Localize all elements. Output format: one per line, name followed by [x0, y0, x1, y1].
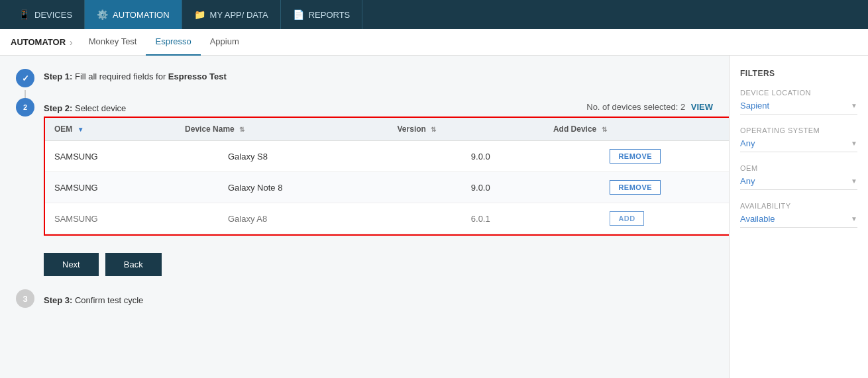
- filter-value-os: Any: [740, 138, 755, 148]
- device-table: OEM ▼ Device Name ⇅ Version ⇅: [45, 118, 729, 141]
- filter-arrow-device-location: ▼: [851, 102, 857, 109]
- tab-espresso[interactable]: Espresso: [146, 29, 200, 56]
- table-scroll-wrapper[interactable]: SAMSUNG Galaxy S8 9.0.0 REMOVE SAMSUNG G…: [45, 141, 729, 234]
- next-button[interactable]: Next: [44, 253, 99, 276]
- cell-version-1: 9.0.0: [462, 141, 601, 172]
- automation-icon: ⚙️: [97, 9, 108, 20]
- devices-icon: 📱: [19, 9, 30, 20]
- table-row: SAMSUNG Galaxy S8 9.0.0 REMOVE: [45, 141, 729, 172]
- filter-value-oem: Any: [740, 176, 755, 186]
- remove-button-1[interactable]: REMOVE: [610, 149, 661, 164]
- nav-automation[interactable]: ⚙️ AUTOMATION: [85, 0, 182, 29]
- sub-nav: AUTOMATOR › Monkey Test Espresso Appium: [0, 29, 868, 56]
- cell-action-3: ADD: [600, 203, 729, 234]
- filter-group-os: OPERATING SYSTEM Any ▼: [740, 126, 857, 152]
- sidebar-filters: FILTERS DEVICE LOCATION Sapient ▼ OPERAT…: [729, 56, 868, 378]
- step1-row: ✓ Step 1: Fill all required fields for E…: [16, 69, 713, 87]
- filter-group-availability: AVAILABILITY Available ▼: [740, 202, 857, 228]
- cell-device-name-1: Galaxy S8: [219, 141, 462, 172]
- breadcrumb-chevron: ›: [70, 37, 73, 48]
- tab-monkey-test[interactable]: Monkey Test: [80, 29, 146, 56]
- cell-oem-1: SAMSUNG: [45, 141, 219, 172]
- top-nav: 📱 DEVICES ⚙️ AUTOMATION 📁 MY APP/ DATA 📄…: [0, 0, 868, 29]
- col-device-name: Device Name ⇅: [176, 118, 388, 141]
- sort-arrow-oem[interactable]: ▼: [78, 126, 84, 133]
- device-table-container: OEM ▼ Device Name ⇅ Version ⇅: [44, 117, 729, 236]
- cell-action-1: REMOVE: [600, 141, 729, 172]
- remove-button-2[interactable]: REMOVE: [610, 180, 661, 195]
- step2-circle: 2: [16, 98, 34, 117]
- reports-icon: 📄: [293, 9, 304, 20]
- col-version: Version ⇅: [388, 118, 544, 141]
- nav-reports[interactable]: 📄 REPORTS: [281, 0, 363, 29]
- view-link[interactable]: VIEW: [691, 102, 713, 112]
- filter-label-oem: OEM: [740, 164, 857, 172]
- step1-circle: ✓: [16, 69, 34, 87]
- cell-device-name-2: Galaxy Note 8: [219, 172, 462, 203]
- table-row: SAMSUNG Galaxy Note 8 9.0.0 REMOVE: [45, 172, 729, 203]
- filter-group-oem: OEM Any ▼: [740, 164, 857, 190]
- content-area: ✓ Step 1: Fill all required fields for E…: [0, 56, 729, 378]
- col-oem: OEM ▼: [45, 118, 176, 141]
- filter-arrow-oem: ▼: [851, 177, 857, 185]
- filter-select-availability[interactable]: Available ▼: [740, 214, 857, 228]
- tab-appium[interactable]: Appium: [201, 29, 248, 56]
- cell-device-name-3: Galaxy A8: [219, 203, 462, 234]
- step3-circle: 3: [16, 289, 34, 308]
- cell-version-3: 6.0.1: [462, 203, 601, 234]
- col-add-device: Add Device ⇅: [544, 118, 729, 141]
- automator-label: AUTOMATOR: [11, 37, 66, 47]
- cell-oem-3: SAMSUNG: [45, 203, 219, 234]
- cell-oem-2: SAMSUNG: [45, 172, 219, 203]
- filter-select-device-location[interactable]: Sapient ▼: [740, 101, 857, 115]
- filter-label-device-location: DEVICE LOCATION: [740, 89, 857, 97]
- filter-select-os[interactable]: Any ▼: [740, 138, 857, 152]
- filter-arrow-os: ▼: [851, 140, 857, 147]
- filter-value-device-location: Sapient: [740, 101, 769, 111]
- table-row: SAMSUNG Galaxy A8 6.0.1 ADD: [45, 203, 729, 234]
- filter-arrow-availability: ▼: [851, 215, 857, 222]
- step2-row: 2 Step 2: Select device No. of devices s…: [16, 98, 713, 246]
- cell-action-2: REMOVE: [600, 172, 729, 203]
- action-buttons: Next Back: [44, 253, 713, 276]
- sort-arrows-device-name[interactable]: ⇅: [239, 126, 244, 133]
- device-table-body: SAMSUNG Galaxy S8 9.0.0 REMOVE SAMSUNG G…: [45, 141, 729, 234]
- step2-label: Step 2: Select device: [44, 101, 126, 113]
- main-layout: ✓ Step 1: Fill all required fields for E…: [0, 56, 868, 378]
- filter-label-os: OPERATING SYSTEM: [740, 126, 857, 134]
- sort-arrows-version[interactable]: ⇅: [431, 126, 436, 133]
- add-button-3[interactable]: ADD: [610, 211, 643, 226]
- sort-arrows-add-device[interactable]: ⇅: [602, 126, 607, 133]
- checkmark-icon: ✓: [22, 73, 29, 83]
- step3-label: Step 3: Confirm test cycle: [44, 293, 143, 305]
- step1-label: Step 1: Fill all required fields for Esp…: [44, 69, 227, 81]
- step3-row: 3 Step 3: Confirm test cycle: [16, 289, 713, 308]
- nav-devices[interactable]: 📱 DEVICES: [7, 0, 85, 29]
- filter-label-availability: AVAILABILITY: [740, 202, 857, 210]
- nav-myappdata[interactable]: 📁 MY APP/ DATA: [182, 0, 281, 29]
- cell-version-2: 9.0.0: [462, 172, 601, 203]
- filter-select-oem[interactable]: Any ▼: [740, 176, 857, 190]
- filter-value-availability: Available: [740, 214, 775, 224]
- filters-title: FILTERS: [740, 69, 857, 78]
- back-button[interactable]: Back: [105, 253, 162, 276]
- myappdata-icon: 📁: [194, 9, 205, 20]
- devices-selected-info: No. of devices selected: 2 VIEW: [586, 102, 713, 112]
- filter-group-device-location: DEVICE LOCATION Sapient ▼: [740, 89, 857, 115]
